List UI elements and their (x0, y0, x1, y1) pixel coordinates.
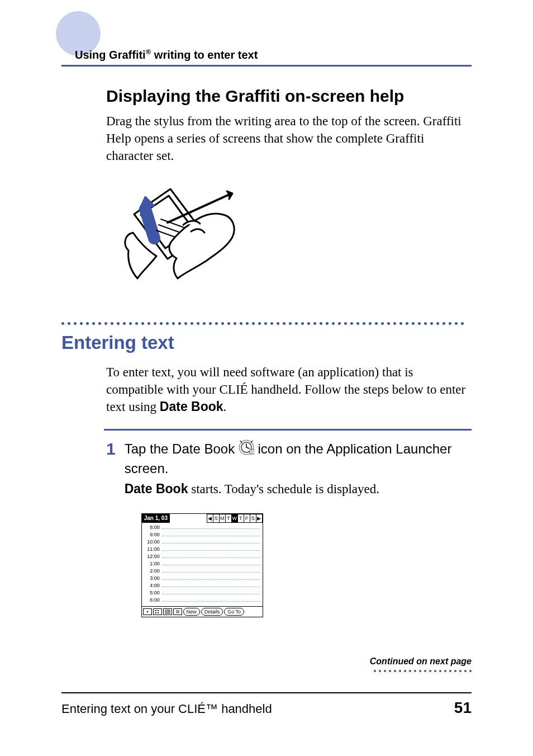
schedule-row[interactable]: 8:00 (144, 524, 260, 531)
footer-title: Entering text on your CLIÉ™ handheld (61, 702, 272, 716)
illustration-stylus-drag (117, 183, 472, 297)
nav-next-icon[interactable]: ▶ (256, 514, 263, 523)
schedule-line (162, 577, 260, 580)
schedule-line (162, 584, 260, 587)
palm-header: Jan 1, 03 ◀ S M T W T F S ▶ (142, 514, 263, 523)
schedule-row[interactable]: 10:00 (144, 538, 260, 546)
step-lead: Tap the Date Book icon on the Applicatio… (125, 440, 472, 478)
dotted-separator (61, 322, 472, 327)
schedule-line (162, 533, 260, 536)
view-week-icon[interactable] (153, 608, 162, 615)
footer-rule (61, 692, 472, 693)
schedule-row[interactable]: 11:00 (144, 546, 260, 553)
new-button[interactable]: New (183, 608, 200, 616)
step-lead-prefix: Tap the Date Book (125, 441, 239, 456)
schedule-line (162, 562, 260, 565)
schedule-row[interactable]: 2:00 (144, 568, 260, 575)
registered-mark: ® (146, 48, 151, 56)
schedule-row[interactable]: 5:00 (144, 589, 260, 597)
step-separator (104, 429, 472, 431)
schedule-time: 5:00 (144, 589, 160, 596)
step-1: 1 Tap the Date Book icon (106, 440, 472, 617)
intro-suffix: . (223, 400, 227, 414)
section-body-graffiti-help: Drag the stylus from the writing area to… (106, 112, 472, 164)
schedule-row[interactable]: 4:00 (144, 582, 260, 589)
schedule-row[interactable]: 3:00 (144, 575, 260, 582)
goto-button[interactable]: Go To (224, 608, 244, 616)
continued-note: Continued on next page (370, 656, 472, 672)
step-sub-rest: starts. Today's schedule is displayed. (188, 482, 379, 496)
details-button[interactable]: Details (201, 608, 223, 616)
schedule-line (162, 555, 260, 558)
schedule-time: 8:00 (144, 524, 160, 531)
schedule-row[interactable]: 1:00 (144, 560, 260, 568)
schedule-row[interactable]: 9:00 (144, 531, 260, 538)
schedule-line (162, 591, 260, 594)
page-number: 51 (454, 699, 472, 717)
palm-body: 8:009:0010:0011:0012:001:002:003:004:005… (142, 523, 263, 606)
view-month-icon[interactable] (163, 608, 172, 615)
schedule-time: 9:00 (144, 531, 160, 538)
palm-day-nav: ◀ S M T W T F S ▶ (170, 514, 263, 523)
schedule-line (162, 526, 260, 529)
schedule-time: 11:00 (144, 546, 160, 552)
view-agenda-icon[interactable] (173, 608, 182, 615)
schedule-time: 2:00 (144, 568, 160, 574)
date-book-icon (239, 440, 254, 460)
schedule-time: 10:00 (144, 538, 160, 545)
breadcrumb-prefix: Using Graffiti (75, 49, 146, 61)
step-number: 1 (106, 441, 116, 617)
section-heading-graffiti-help: Displaying the Graffiti on-screen help (106, 87, 472, 106)
schedule-time: 6:00 (144, 597, 160, 603)
continued-text: Continued on next page (370, 656, 472, 667)
palm-date: Jan 1, 03 (142, 514, 170, 523)
breadcrumb-suffix: writing to enter text (151, 49, 258, 61)
intro-bold: Date Book (160, 399, 223, 414)
section-heading-entering-text: Entering text (61, 332, 472, 353)
page-footer: Entering text on your CLIÉ™ handheld 51 (61, 692, 472, 717)
schedule-time: 12:00 (144, 553, 160, 560)
svg-rect-4 (165, 610, 170, 613)
palm-footer: New Details Go To (142, 606, 263, 617)
schedule-time: 3:00 (144, 575, 160, 582)
step-subline: Date Book starts. Today's schedule is di… (125, 480, 472, 498)
schedule-row[interactable]: 12:00 (144, 553, 260, 560)
view-day-icon[interactable] (143, 608, 152, 615)
schedule-line (162, 540, 260, 544)
schedule-line (162, 547, 260, 551)
svg-point-3 (146, 611, 147, 612)
schedule-time: 4:00 (144, 582, 160, 589)
schedule-line (162, 569, 260, 573)
step-sub-bold: Date Book (125, 481, 188, 496)
section-body-entering-text: To enter text, you will need software (a… (106, 363, 472, 415)
schedule-line (162, 598, 260, 602)
palm-screenshot: Jan 1, 03 ◀ S M T W T F S ▶ (141, 513, 263, 617)
breadcrumb: Using Graffiti® writing to enter text (61, 48, 472, 67)
schedule-time: 1:00 (144, 560, 160, 567)
schedule-row[interactable]: 6:00 (144, 597, 260, 604)
